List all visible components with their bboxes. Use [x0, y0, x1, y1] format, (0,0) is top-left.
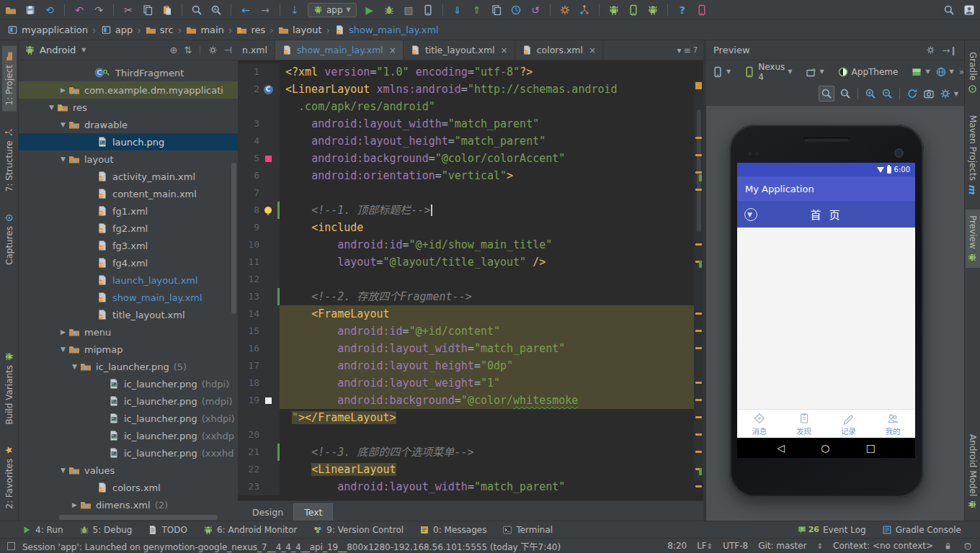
stripe-mark[interactable] — [695, 451, 702, 453]
vcs-compare-icon[interactable] — [490, 4, 503, 17]
tree-horizontal-scrollbar[interactable] — [59, 515, 218, 520]
toolwindow-button-todo[interactable]: TODO — [148, 525, 187, 535]
code-area[interactable]: 1<?xml version="1.0" encoding="utf-8"?>2… — [238, 60, 703, 500]
run-with-coverage-icon[interactable]: ▨ — [402, 4, 415, 17]
open-file-icon[interactable] — [4, 4, 17, 17]
copy-icon[interactable] — [141, 4, 154, 17]
tree-item-com-example-dm-myapplicati[interactable]: ▶com.example.dm.myapplicati — [19, 81, 238, 99]
tree-item-drawable[interactable]: ▼drawable — [19, 116, 238, 133]
tree-item-fg1-xml[interactable]: fg1.xml — [19, 202, 238, 220]
stripe-mark[interactable] — [695, 313, 702, 315]
tool-stripe-captures[interactable]: Captures — [2, 207, 17, 271]
breadcrumb-item-layout[interactable]: layout — [278, 22, 322, 39]
tree-item-fg2-xml[interactable]: fg2.xml — [19, 220, 238, 237]
code-line-15[interactable]: 15 android:id="@+id/content" — [238, 323, 703, 340]
tree-item-thirdfragment[interactable]: ThirdFragment — [19, 64, 238, 81]
code-line-21[interactable]: 21 <!--3. 底部的四个选项菜单--> — [238, 444, 703, 461]
chevron-expanded-icon[interactable]: ▼ — [48, 104, 55, 111]
code-line-wrap-2[interactable]: .com/apk/res/android" — [238, 98, 703, 115]
editor-mode-tab-text[interactable]: Text — [293, 503, 333, 521]
tree-item-launch-layout-xml[interactable]: launch_layout.xml — [19, 271, 238, 289]
close-tab-icon[interactable]: × — [501, 45, 508, 55]
gear-icon[interactable] — [926, 45, 935, 55]
tool-stripe-gradle[interactable]: Gradle — [966, 46, 980, 99]
tree-item-show-main-lay-xml[interactable]: show_main_lay.xml — [19, 289, 238, 306]
toolwindow-button-6-android-monitor[interactable]: 6: Android Monitor — [203, 525, 297, 535]
code-line-12[interactable]: 12 — [238, 271, 703, 288]
breadcrumb-item-app[interactable]: app — [101, 22, 133, 39]
tree-item-values[interactable]: ▼values — [19, 462, 238, 479]
collapse-all-icon[interactable]: ⇅ — [184, 45, 192, 55]
project-view-selector[interactable]: Android — [40, 45, 76, 55]
tree-item-ic-launcher-png-hdpi[interactable]: ic_launcher.png(hdpi) — [19, 375, 238, 392]
find-icon[interactable] — [190, 4, 203, 17]
code-line-18[interactable]: 18 android:layout_weight="1" — [238, 374, 703, 392]
chevron-collapsed-icon[interactable]: ▶ — [59, 328, 67, 336]
configuration-selector[interactable]: ▼ — [712, 66, 731, 78]
code-line-17[interactable]: 17 android:layout_height="0dp" — [238, 357, 703, 374]
tool-stripe-1-project[interactable]: 1: Project — [2, 46, 17, 112]
zoom-in-icon[interactable] — [865, 88, 876, 99]
hide-preview-icon[interactable]: →❙ — [943, 45, 957, 55]
tree-item-layout[interactable]: ▼layout — [19, 150, 238, 168]
tree-item-ic-launcher-png-xxhdp[interactable]: ic_launcher.png(xxhdp — [19, 427, 238, 444]
editor-tab-colors-xml[interactable]: colors.xml× — [515, 40, 603, 60]
stripe-mark[interactable] — [695, 330, 702, 332]
code-line-5[interactable]: 5 android:background="@color/colorAccent… — [238, 150, 703, 167]
code-line-13[interactable]: 13 <!--2. 存放四个Fragment--> — [238, 288, 703, 305]
tool-stripe-maven-projects[interactable]: Maven Projectsm — [965, 109, 980, 199]
run-configuration-combo[interactable]: app▼ — [308, 3, 357, 17]
orientation-selector[interactable]: ▼ — [805, 66, 824, 78]
code-line-14[interactable]: 14 <FrameLayout — [238, 305, 703, 323]
toolwindow-button-5-debug[interactable]: 5: Debug — [79, 525, 133, 535]
undo-icon[interactable]: ↶ — [73, 4, 86, 17]
code-line-6[interactable]: 6 android:orientation="vertical"> — [238, 167, 703, 184]
locate-icon[interactable]: ⊕ — [169, 45, 177, 55]
hide-panel-icon[interactable]: ⊣ — [224, 45, 232, 55]
settings-icon[interactable] — [558, 4, 571, 17]
refresh-preview-icon[interactable] — [906, 88, 918, 99]
stripe-mark[interactable] — [695, 137, 702, 139]
tree-item-content-main-xml[interactable]: content_main.xml — [19, 185, 238, 202]
tool-stripe-build-variants[interactable]: Build Variants — [2, 346, 17, 431]
attach-debugger-to-android-process-icon[interactable] — [422, 4, 435, 17]
tab-list-dropdown[interactable]: ▾≡7 — [672, 40, 703, 60]
code-line-19[interactable]: 19 android:background="@color/whitesmoke — [238, 392, 703, 409]
breadcrumb-item-main[interactable]: main — [186, 22, 223, 39]
file-encoding[interactable]: UTF-8 — [723, 541, 748, 551]
save-all-icon[interactable] — [24, 4, 37, 17]
toolwindow-button-gradle-console[interactable]: Gradle Console — [882, 525, 961, 535]
tool-stripe-7-structure[interactable]: 7: Structure — [2, 122, 17, 197]
code-line-16[interactable]: 16 android:layout_width="match_parent" — [238, 340, 703, 357]
context-widget[interactable]: Context: <no context> — [833, 541, 933, 551]
editor-tab-n-xml[interactable]: n.xml× — [238, 40, 275, 60]
cut-icon[interactable]: ✂ — [122, 4, 135, 17]
stripe-mark[interactable] — [695, 154, 702, 156]
screenshot-icon[interactable] — [923, 88, 935, 99]
overflow-icon[interactable]: » — [959, 67, 964, 77]
chevron-expanded-icon[interactable]: ▼ — [59, 121, 67, 128]
chevron-expanded-icon[interactable]: ▼ — [59, 467, 67, 474]
avd-manager-icon[interactable] — [627, 4, 640, 17]
preview-settings-icon[interactable]: ▼ — [940, 88, 958, 99]
stripe-mark[interactable] — [695, 399, 702, 401]
tree-item-ic-launcher-png-xxxhd[interactable]: ic_launcher.png(xxxhd — [19, 444, 238, 462]
tree-item-res[interactable]: ▼res — [19, 99, 238, 116]
vcs-update-project-icon[interactable]: ⇓ — [451, 4, 464, 17]
code-line-7[interactable]: 7 — [238, 184, 703, 202]
tree-item-fg3-xml[interactable]: fg3.xml — [19, 237, 238, 254]
breadcrumb-item-show-main-lay-xml[interactable]: show_main_lay.xml — [334, 22, 439, 39]
replace-icon[interactable] — [210, 4, 223, 17]
chevron-collapsed-icon[interactable]: ▶ — [71, 501, 79, 508]
code-line-wrap-20[interactable]: "></FrameLayout> — [238, 409, 703, 426]
tree-item-fg4-xml[interactable]: fg4.xml — [19, 254, 238, 271]
tree-item-ic-launcher-png-xhdpi[interactable]: ic_launcher.png(xhdpi) — [19, 410, 238, 427]
locale-selector[interactable]: ▼ — [935, 66, 954, 78]
code-line-10[interactable]: 10 android:id="@+id/show_main_title" — [238, 236, 703, 253]
code-line-20[interactable]: 20 — [238, 426, 703, 444]
breadcrumb-item-src[interactable]: src — [146, 22, 174, 39]
tree-vertical-scrollbar[interactable] — [231, 163, 236, 314]
toolwindow-button-0-messages[interactable]: 0: Messages — [419, 525, 486, 535]
recent-changes-icon[interactable] — [509, 4, 522, 17]
editor-tab-show-main-lay-xml[interactable]: show_main_lay.xml× — [275, 40, 404, 60]
